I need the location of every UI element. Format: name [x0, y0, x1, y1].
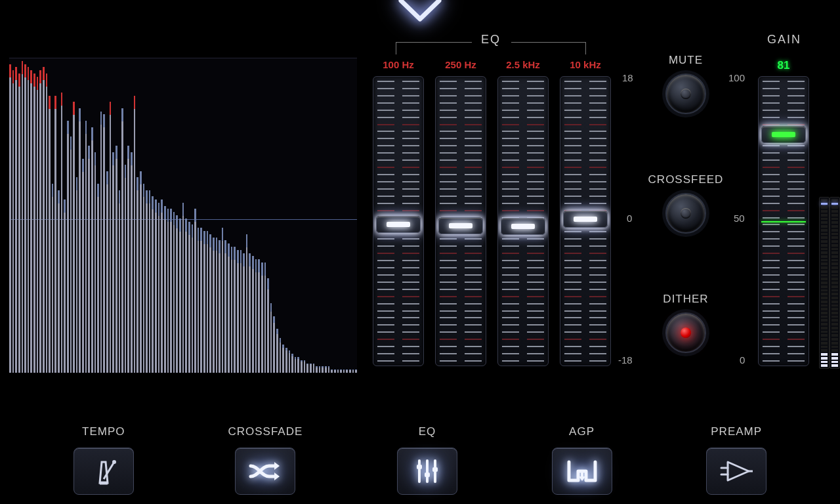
eq-slider-3[interactable]: [560, 76, 611, 366]
eq-freq-label: 10 kHz: [570, 59, 601, 72]
eq-freq-label: 250 Hz: [445, 59, 476, 72]
level-meter-left: [819, 197, 830, 369]
level-meter-right: [830, 197, 840, 369]
crossfeed-knob[interactable]: [665, 193, 706, 234]
eq-slider-1[interactable]: [435, 76, 486, 366]
eq-button[interactable]: [397, 448, 457, 495]
tempo-button[interactable]: [74, 448, 134, 495]
preamp-button[interactable]: [706, 448, 766, 495]
tempo-group: TEMPO: [74, 425, 134, 495]
crossfeed-knob-group: CROSSFEED: [640, 173, 732, 234]
eq-scale-mid: 0: [627, 213, 632, 224]
crossfade-group: CROSSFADE: [228, 425, 303, 495]
eq-scale-top: 18: [622, 72, 633, 83]
eq-scale-bot: -18: [618, 354, 633, 366]
gain-slider[interactable]: [758, 76, 809, 366]
crossfeed-label: CROSSFEED: [648, 173, 724, 186]
mute-knob[interactable]: [665, 74, 706, 114]
eq-group: EQ: [397, 425, 457, 495]
shuffle-icon: [247, 458, 284, 484]
eq-slider-col-3: 10 kHz: [558, 59, 613, 366]
eq-slider-2[interactable]: [497, 76, 549, 366]
svg-rect-3: [432, 467, 438, 472]
crossfade-label: CROSSFADE: [228, 425, 303, 438]
eq-slider-col-0: 100 Hz: [371, 59, 426, 366]
dither-knob-group: DITHER: [640, 293, 732, 353]
sliders-icon: [413, 457, 442, 486]
gain-section-label: GAIN: [755, 33, 814, 47]
dither-label: DITHER: [663, 293, 708, 306]
amp-icon: [720, 458, 753, 484]
eq-section-label: EQ: [369, 33, 612, 47]
gain-slider-col: 81: [756, 59, 811, 366]
gain-scale-mid: 50: [734, 213, 745, 224]
gain-scale-bot: 0: [740, 354, 745, 366]
eq-freq-label: 100 Hz: [383, 59, 414, 72]
mute-label: MUTE: [669, 54, 703, 67]
agp-group: AGP: [552, 425, 612, 495]
metronome-icon: [88, 457, 119, 486]
mute-knob-group: MUTE: [640, 54, 732, 114]
svg-rect-1: [417, 465, 422, 469]
bottom-toolbar: TEMPO CROSSFADE EQ: [0, 425, 840, 495]
eq-slider-col-1: 250 Hz: [433, 59, 488, 366]
eq-freq-label: 2.5 kHz: [506, 59, 540, 72]
agp-label: AGP: [569, 425, 595, 438]
eq-slider-col-2: 2.5 kHz: [495, 59, 551, 366]
preamp-group: PREAMP: [706, 425, 766, 495]
collapse-arrow[interactable]: [397, 0, 443, 24]
spectrum-analyzer: [9, 58, 357, 373]
agp-icon: [566, 457, 598, 486]
agp-button[interactable]: [552, 448, 612, 495]
svg-rect-2: [425, 472, 430, 477]
preamp-label: PREAMP: [711, 425, 762, 438]
crossfade-button[interactable]: [235, 448, 295, 495]
gain-scale-top: 100: [728, 72, 745, 83]
dither-knob[interactable]: [665, 312, 706, 353]
svg-point-0: [112, 460, 116, 464]
eq-button-label: EQ: [419, 425, 436, 438]
eq-slider-0[interactable]: [373, 76, 424, 366]
gain-value: 81: [778, 59, 790, 72]
tempo-label: TEMPO: [82, 425, 125, 438]
